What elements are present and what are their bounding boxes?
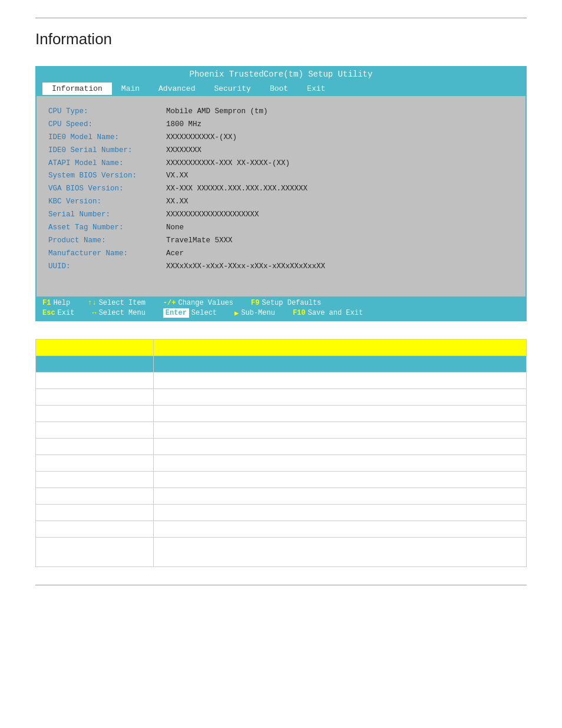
table-cell [154, 356, 527, 373]
table-cell [154, 340, 527, 356]
desc-save-exit: Save and Exit [308, 309, 363, 317]
nav-item-boot[interactable]: Boot [260, 83, 297, 95]
label-manufacturer: Manufacturer Name: [48, 248, 166, 261]
table-row [36, 406, 527, 422]
value-asset-tag: None [166, 222, 514, 235]
table-cell [154, 538, 527, 567]
value-cpu-speed: 1800 MHz [166, 118, 514, 131]
value-ide0-model: XXXXXXXXXXX-(XX) [166, 131, 514, 144]
label-product-name: Product Name: [48, 235, 166, 248]
table-row [36, 356, 527, 373]
label-kbc: KBC Version: [48, 196, 166, 209]
desc-exit: Exit [58, 309, 75, 317]
table-row [36, 373, 527, 389]
table-cell [36, 422, 154, 439]
nav-item-advanced[interactable]: Advanced [149, 83, 204, 95]
label-uuid: UUID: [48, 261, 166, 274]
table-cell [154, 455, 527, 472]
key-enter: Enter [163, 308, 189, 318]
table-cell [154, 488, 527, 505]
desc-select-menu: Select Menu [99, 309, 146, 317]
value-kbc: XX.XX [166, 196, 514, 209]
key-arrows: ↑↓ [88, 299, 96, 307]
key-f1: F1 [42, 299, 51, 307]
desc-submenu: Sub-Menu [241, 309, 275, 317]
table-cell [36, 538, 154, 567]
bios-footer: F1 Help ↑↓ Select Item -/+ Change Values… [37, 297, 525, 320]
value-serial: XXXXXXXXXXXXXXXXXXXXX [166, 209, 514, 222]
top-divider [35, 18, 527, 18]
desc-setup-defaults: Setup Defaults [262, 299, 321, 307]
value-cpu-type: Mobile AMD Sempron (tm) [166, 106, 514, 118]
key-plusminus: -/+ [163, 299, 176, 307]
desc-change-values: Change Values [178, 299, 233, 307]
table-row [36, 340, 527, 356]
table-row [36, 505, 527, 521]
table-cell [36, 340, 154, 356]
desc-select: Select [191, 309, 217, 317]
bios-values: Mobile AMD Sempron (tm) 1800 MHz XXXXXXX… [166, 106, 514, 287]
table-cell [154, 373, 527, 389]
bios-container: Phoenix TrustedCore(tm) Setup Utility In… [35, 66, 527, 321]
table-cell [154, 521, 527, 538]
nav-item-information[interactable]: Information [42, 83, 112, 95]
footer-plusminus: -/+ Change Values [163, 299, 233, 307]
footer-f1-help: F1 Help [42, 299, 70, 307]
table-cell [36, 373, 154, 389]
value-vga-bios: XX-XXX XXXXXX.XXX.XXX.XXX.XXXXXX [166, 183, 514, 196]
value-product-name: TravelMate 5XXX [166, 235, 514, 248]
table-row [36, 538, 527, 567]
table-cell [154, 422, 527, 439]
key-submenu-arrow: ▶ [234, 309, 239, 318]
bios-content: CPU Type: CPU Speed: IDE0 Model Name: ID… [37, 96, 525, 297]
key-lr-arrows: ↔ [92, 309, 96, 317]
bios-footer-row2: Esc Exit ↔ Select Menu Enter Select ▶ Su… [42, 308, 520, 318]
label-ide0-model: IDE0 Model Name: [48, 131, 166, 144]
table-cell [154, 406, 527, 422]
table-cell [36, 455, 154, 472]
footer-submenu: ▶ Sub-Menu [234, 308, 275, 318]
table-row [36, 455, 527, 472]
value-manufacturer: Acer [166, 248, 514, 261]
value-system-bios: VX.XX [166, 170, 514, 183]
page-container: Information Phoenix TrustedCore(tm) Setu… [0, 0, 562, 728]
table-cell [36, 521, 154, 538]
footer-lr-arrows: ↔ Select Menu [92, 308, 145, 318]
value-atapi-model: XXXXXXXXXXX-XXX XX-XXXX-(XX) [166, 157, 514, 170]
nav-item-security[interactable]: Security [204, 83, 260, 95]
table-row [36, 521, 527, 538]
table-cell [36, 439, 154, 455]
label-ide0-serial: IDE0 Serial Number: [48, 144, 166, 157]
table-cell [154, 505, 527, 521]
label-vga-bios: VGA BIOS Version: [48, 183, 166, 196]
page-title: Information [35, 30, 527, 48]
table-cell [154, 472, 527, 488]
label-serial: Serial Number: [48, 209, 166, 222]
nav-item-exit[interactable]: Exit [297, 83, 335, 95]
table-cell [36, 505, 154, 521]
table-cell [36, 406, 154, 422]
table-row [36, 472, 527, 488]
bios-nav: Information Main Advanced Security Boot … [37, 81, 525, 96]
table-cell [36, 356, 154, 373]
label-cpu-type: CPU Type: [48, 106, 166, 118]
footer-esc: Esc Exit [42, 308, 74, 318]
label-atapi-model: ATAPI Model Name: [48, 157, 166, 170]
footer-f10: F10 Save and Exit [293, 308, 363, 318]
footer-arrows-item: ↑↓ Select Item [88, 299, 146, 307]
nav-item-main[interactable]: Main [112, 83, 149, 95]
table-row [36, 389, 527, 406]
table-cell [36, 472, 154, 488]
table-row [36, 439, 527, 455]
key-f9: F9 [251, 299, 259, 307]
footer-enter: Enter Select [163, 308, 217, 318]
desc-help: Help [53, 299, 70, 307]
table-cell [154, 439, 527, 455]
footer-space [35, 585, 527, 603]
value-uuid: XXXxXxXX-xXxX-XXxx-xXXx-xXXxXXxXxxXX [166, 261, 514, 274]
label-asset-tag: Asset Tag Number: [48, 222, 166, 235]
table-cell [36, 488, 154, 505]
label-cpu-speed: CPU Speed: [48, 118, 166, 131]
key-esc: Esc [42, 309, 55, 317]
label-system-bios: System BIOS Version: [48, 170, 166, 183]
